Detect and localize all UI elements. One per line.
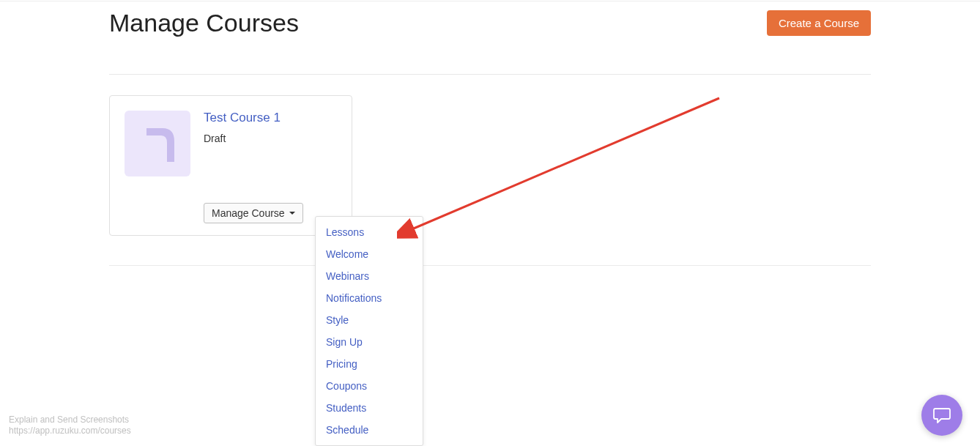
footer-line2: https://app.ruzuku.com/courses: [9, 425, 131, 437]
dropdown-item-style[interactable]: Style: [316, 309, 423, 331]
dropdown-item-welcome[interactable]: Welcome: [316, 243, 423, 265]
caret-down-icon: [289, 212, 295, 215]
chat-icon: [932, 406, 951, 424]
course-card: Test Course 1 Draft Manage Course: [109, 95, 352, 236]
dropdown-item-signup[interactable]: Sign Up: [316, 331, 423, 353]
dropdown-item-webinars[interactable]: Webinars: [316, 265, 423, 287]
footer-line1: Explain and Send Screenshots: [9, 415, 131, 426]
dropdown-item-lessons[interactable]: Lessons: [316, 221, 423, 243]
create-course-button[interactable]: Create a Course: [767, 10, 871, 36]
course-thumbnail: [125, 111, 190, 176]
page-title: Manage Courses: [109, 9, 299, 37]
course-status: Draft: [204, 133, 337, 144]
bottom-divider: [109, 265, 871, 266]
annotation-arrow: [397, 94, 727, 248]
course-logo-icon: [141, 122, 174, 165]
dropdown-item-pricing[interactable]: Pricing: [316, 353, 423, 375]
dropdown-item-notifications[interactable]: Notifications: [316, 287, 423, 309]
help-chat-button[interactable]: [921, 395, 962, 436]
dropdown-item-students[interactable]: Students: [316, 397, 423, 419]
footer-watermark: Explain and Send Screenshots https://app…: [9, 415, 131, 437]
svg-line-1: [410, 98, 719, 230]
course-title-link[interactable]: Test Course 1: [204, 111, 337, 125]
manage-course-dropdown-menu: Lessons Welcome Webinars Notifications S…: [315, 216, 423, 446]
manage-course-label: Manage Course: [212, 207, 285, 219]
section-divider: [109, 74, 871, 75]
manage-course-dropdown-button[interactable]: Manage Course: [204, 203, 303, 223]
dropdown-item-schedule[interactable]: Schedule: [316, 419, 423, 441]
dropdown-item-coupons[interactable]: Coupons: [316, 375, 423, 397]
